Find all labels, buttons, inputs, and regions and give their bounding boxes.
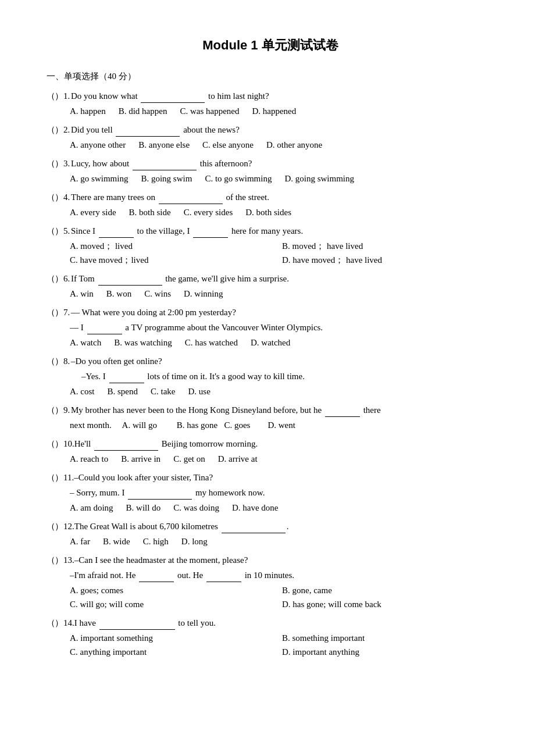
- q7-sub: — I a TV programme about the Vancouver W…: [70, 320, 494, 334]
- q4-optC: C. every sides: [184, 205, 233, 219]
- q11-paren: （: [47, 470, 55, 484]
- q4-optD: D. both sides: [245, 205, 291, 219]
- q3-optA: A. go swimming: [70, 172, 128, 186]
- q14-optC: C. anything important: [70, 645, 282, 659]
- q3-optD: D. going swimming: [284, 172, 354, 186]
- q9-wrap: next month. A. will go B. has gone C. go…: [70, 418, 494, 432]
- q10-num: ）10.: [55, 437, 74, 451]
- q6-options: A. win B. won C. wins D. winning: [70, 287, 494, 301]
- q7-optD: D. watched: [251, 336, 290, 350]
- q14-options: A. important something B. something impo…: [70, 631, 494, 659]
- q3-paren: （: [47, 156, 55, 170]
- q8-optB: B. spend: [108, 384, 138, 398]
- q5-optC: C. have moved；lived: [70, 253, 282, 267]
- question-14: （ ）14. I have to tell you. A. important …: [47, 616, 494, 659]
- q9-text: My brother has never been to the Hong Ko…: [71, 403, 381, 417]
- q13-options: A. goes; comes B. gone, came C. will go;…: [70, 583, 494, 611]
- q6-paren: （: [47, 272, 55, 286]
- q10-options: A. reach to B. arrive in C. get on D. ar…: [70, 452, 494, 466]
- q1-paren: （: [47, 89, 55, 103]
- q10-paren: （: [47, 437, 55, 451]
- q3-options: A. go swimming B. going swim C. to go sw…: [70, 172, 494, 186]
- q6-optD: D. winning: [184, 287, 223, 301]
- q9-num: ）9.: [55, 403, 71, 417]
- q10-optD: D. arrive at: [218, 452, 258, 466]
- q13-optC: C. will go; will come: [70, 597, 282, 611]
- q5-num: ）5.: [55, 224, 71, 238]
- question-12: （ ）12. The Great Wall is about 6,700 kil…: [47, 519, 494, 548]
- q7-optC: C. has watched: [185, 336, 238, 350]
- q2-optA: A. anyone other: [70, 138, 126, 152]
- q8-options: A. cost B. spend C. take D. use: [70, 384, 494, 398]
- q5-text: Since I to the village, I here for many …: [71, 224, 303, 238]
- q7-optB: B. was watching: [114, 336, 172, 350]
- q11-sub: – Sorry, mum. I my homework now.: [70, 486, 494, 500]
- question-1: （ ）1. Do you know what to him last night…: [47, 89, 494, 118]
- q13-num: ）13.: [55, 553, 74, 567]
- q8-optC: C. take: [151, 384, 176, 398]
- q1-num: ）1.: [55, 89, 71, 103]
- q4-text: There are many trees on of the street.: [71, 190, 269, 204]
- q1-options: A. happen B. did happen C. was happened …: [70, 104, 494, 118]
- q3-optB: B. going swim: [141, 172, 192, 186]
- q2-num: ）2.: [55, 123, 71, 137]
- q13-optD: D. has gone; will come back: [282, 597, 494, 611]
- q12-paren: （: [47, 519, 55, 533]
- q1-optA: A. happen: [70, 104, 106, 118]
- q12-optB: B. wide: [103, 534, 130, 548]
- question-10: （ ）10. He'll Beijing tomorrow morning. A…: [47, 437, 494, 466]
- q2-text: Did you tell about the news?: [71, 123, 240, 137]
- q12-optA: A. far: [70, 534, 90, 548]
- q7-text: — What were you doing at 2:00 pm yesterd…: [71, 305, 236, 319]
- q1-text: Do you know what to him last night?: [71, 89, 269, 103]
- q13-optB: B. gone, came: [282, 583, 494, 597]
- q14-num: ）14.: [55, 616, 74, 630]
- section1-header: 一、单项选择（40 分）: [47, 69, 494, 83]
- q14-paren: （: [47, 616, 55, 630]
- question-6: （ ）6. If Tom the game, we'll give him a …: [47, 272, 494, 301]
- q2-optB: B. anyone else: [138, 138, 190, 152]
- q4-options: A. every side B. both side C. every side…: [70, 205, 494, 219]
- q13-text: –Can I see the headmaster at the moment,…: [74, 553, 248, 567]
- q10-text: He'll Beijing tomorrow morning.: [74, 437, 258, 451]
- q4-num: ）4.: [55, 190, 71, 204]
- q6-optC: C. wins: [144, 287, 171, 301]
- q8-optD: D. use: [188, 384, 211, 398]
- q1-optD: D. happened: [252, 104, 296, 118]
- q8-text: –Do you often get online?: [71, 354, 162, 368]
- q6-text: If Tom the game, we'll give him a surpri…: [71, 272, 289, 286]
- q5-optD: D. have moved； have lived: [282, 253, 494, 267]
- q11-optD: D. have done: [232, 501, 279, 515]
- q2-optD: D. other anyone: [266, 138, 322, 152]
- q11-options: A. am doing B. will do C. was doing D. h…: [70, 501, 494, 515]
- question-13: （ ）13. –Can I see the headmaster at the …: [47, 553, 494, 611]
- q2-optC: C. else anyone: [202, 138, 254, 152]
- q14-text: I have to tell you.: [74, 616, 216, 630]
- q7-optA: A. watch: [70, 336, 101, 350]
- question-7: （ ）7. — What were you doing at 2:00 pm y…: [47, 305, 494, 350]
- q1-optC: C. was happened: [180, 104, 239, 118]
- q5-optB: B. moved； have lived: [282, 239, 494, 253]
- q13-sub: –I'm afraid not. He out. He in 10 minute…: [70, 568, 494, 582]
- q12-options: A. far B. wide C. high D. long: [70, 534, 494, 548]
- question-8: （ ）8. –Do you often get online? –Yes. I …: [47, 354, 494, 398]
- q4-optB: B. both side: [129, 205, 171, 219]
- q14-optA: A. important something: [70, 631, 282, 645]
- q11-optA: A. am doing: [70, 501, 113, 515]
- q3-optC: C. to go swimming: [205, 172, 272, 186]
- q4-optA: A. every side: [70, 205, 116, 219]
- q1-optB: B. did happen: [119, 104, 167, 118]
- q8-paren: （: [47, 354, 55, 368]
- q9-paren: （: [47, 403, 55, 417]
- q12-optC: C. high: [143, 534, 169, 548]
- q2-options: A. anyone other B. anyone else C. else a…: [70, 138, 494, 152]
- q10-optB: B. arrive in: [121, 452, 160, 466]
- q3-text: Lucy, how about this afternoon?: [71, 156, 252, 170]
- q7-paren: （: [47, 305, 55, 319]
- q6-num: ）6.: [55, 272, 71, 286]
- q5-paren: （: [47, 224, 55, 238]
- q10-optA: A. reach to: [70, 452, 108, 466]
- q11-text: –Could you look after your sister, Tina?: [74, 470, 213, 484]
- question-2: （ ）2. Did you tell about the news? A. an…: [47, 123, 494, 152]
- q7-num: ）7.: [55, 305, 71, 319]
